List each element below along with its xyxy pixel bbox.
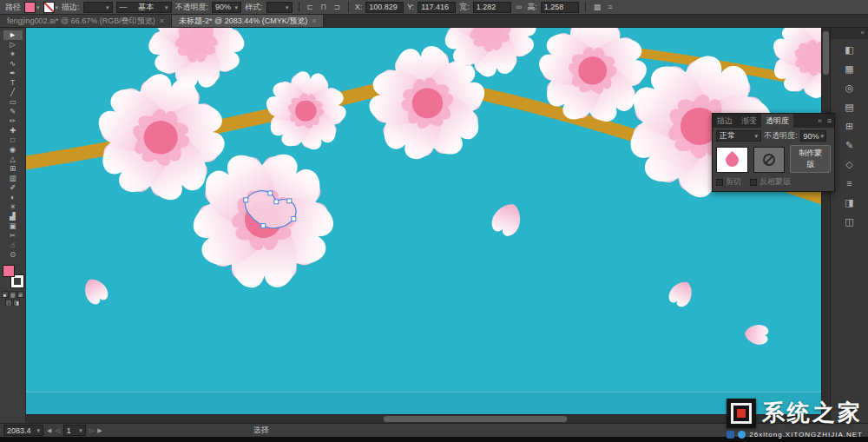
mesh-tool[interactable]: ⊞ bbox=[3, 164, 23, 174]
zoom-level-select[interactable]: 2083.4 ▾ bbox=[3, 425, 43, 436]
align-panel-icon[interactable]: ◫ bbox=[839, 214, 860, 230]
artboard-select[interactable]: 1 ▾ bbox=[63, 425, 86, 436]
tab-stroke[interactable]: 描边 bbox=[713, 114, 737, 128]
make-mask-button[interactable]: 制作蒙版 bbox=[790, 145, 831, 173]
zoom-tool[interactable]: ⊙ bbox=[3, 250, 23, 260]
stroke-weight-input[interactable]: ▾ bbox=[83, 2, 113, 13]
symbols-panel-icon[interactable]: ◇ bbox=[839, 156, 860, 173]
dock-collapse[interactable]: « bbox=[831, 28, 868, 39]
panel-opacity-input[interactable]: 90% ▾ bbox=[800, 130, 826, 142]
fill-swatch[interactable] bbox=[24, 2, 36, 13]
y-input[interactable]: 117.416 bbox=[418, 2, 456, 13]
dock-icons: ◧▦◎▤⊞✎◇≡◨◫ bbox=[831, 42, 868, 230]
magic-wand-tool[interactable]: ✴ bbox=[3, 49, 23, 59]
color-panel-icon[interactable]: ◧ bbox=[839, 42, 860, 58]
chevron-down-icon: ▾ bbox=[36, 4, 40, 10]
draw-mode-icon[interactable]: ▢ bbox=[5, 299, 12, 306]
panel-menu-icon[interactable]: ≡ bbox=[606, 3, 614, 11]
height-input[interactable]: 1.258 bbox=[541, 2, 579, 13]
gradient-tool[interactable]: ▥ bbox=[3, 174, 23, 183]
eyedropper-tool[interactable]: ✐ bbox=[3, 183, 23, 193]
align-left-icon[interactable]: ⊏ bbox=[306, 3, 316, 11]
swatches-panel-icon[interactable]: ⊞ bbox=[839, 118, 860, 135]
object-thumbnail[interactable] bbox=[716, 147, 748, 173]
x-input[interactable]: 100.829 bbox=[365, 2, 404, 13]
chevron-down-icon: ▾ bbox=[821, 133, 825, 139]
selection-tool[interactable]: ► bbox=[3, 30, 23, 40]
first-artboard-icon[interactable]: ◀ bbox=[47, 427, 51, 434]
stroke-panel-icon[interactable]: ≡ bbox=[839, 175, 860, 192]
direct-selection-tool[interactable]: ▷ bbox=[3, 40, 23, 49]
collapse-panel-icon[interactable]: » bbox=[815, 114, 825, 128]
gradient-mode-icon[interactable]: ▥ bbox=[10, 291, 16, 298]
no-mask-icon bbox=[763, 154, 775, 166]
vertical-scrollbar-thumb[interactable] bbox=[823, 31, 829, 75]
vertical-scrollbar[interactable] bbox=[821, 28, 830, 414]
close-icon[interactable]: × bbox=[312, 16, 316, 25]
document-tab-untitled2[interactable]: 未标题-2* @ 2083.44% (CMYK/预览) × bbox=[172, 15, 324, 27]
stroke-swatch-toolbar[interactable] bbox=[11, 275, 23, 287]
horizontal-scrollbar[interactable] bbox=[26, 414, 821, 423]
appearance-panel-icon[interactable]: ◎ bbox=[839, 80, 860, 96]
width-tool[interactable]: ✚ bbox=[3, 126, 23, 135]
type-tool[interactable]: T bbox=[3, 78, 23, 88]
fill-color-control[interactable]: ▾ bbox=[24, 2, 40, 13]
fill-swatch-toolbar[interactable] bbox=[3, 265, 15, 277]
shape-builder-tool[interactable]: ◉ bbox=[3, 145, 23, 155]
chevron-down-icon: ▾ bbox=[165, 4, 168, 10]
pencil-tool[interactable]: ✏ bbox=[3, 116, 23, 126]
tab-transparency[interactable]: 透明度 bbox=[761, 114, 793, 128]
clip-checkbox[interactable]: 剪切 bbox=[716, 176, 741, 188]
last-artboard-icon[interactable]: ▶ bbox=[97, 427, 102, 434]
line-segment-tool[interactable]: ╱ bbox=[3, 88, 23, 97]
chevron-down-icon: ▾ bbox=[106, 4, 109, 10]
mask-thumbnail[interactable] bbox=[753, 147, 786, 173]
gradient-panel-icon[interactable]: ◨ bbox=[839, 195, 860, 211]
watermark-url: 26xitong.XITONGZHIJIA.NET bbox=[749, 431, 863, 439]
constrain-proportions-icon[interactable]: ∞ bbox=[515, 3, 523, 11]
paintbrush-tool[interactable]: ✎ bbox=[3, 107, 23, 116]
color-mode-icon[interactable]: ■ bbox=[2, 291, 9, 298]
blend-tool[interactable]: ◐ bbox=[3, 193, 23, 202]
invert-mask-checkbox[interactable]: 反相蒙版 bbox=[750, 176, 791, 188]
prev-artboard-icon[interactable]: ◁ bbox=[55, 427, 59, 434]
artboard-tool[interactable]: ▣ bbox=[3, 221, 23, 231]
free-transform-tool[interactable]: □ bbox=[3, 135, 23, 145]
rectangle-tool[interactable]: ▭ bbox=[3, 97, 23, 107]
stroke-swatch[interactable] bbox=[43, 2, 55, 13]
stroke-color-control[interactable]: ▾ bbox=[43, 2, 59, 13]
tab-gradient[interactable]: 渐变 bbox=[737, 114, 761, 128]
canvas[interactable] bbox=[26, 28, 821, 414]
opacity-input[interactable]: 90% ▾ bbox=[212, 2, 241, 13]
pen-tool[interactable]: ✒ bbox=[3, 69, 23, 78]
document-tab-fengjing002[interactable]: fengjing002.ai* @ 66.67% (RGB/叠印预览) × bbox=[0, 15, 172, 27]
style-select[interactable]: ▾ bbox=[266, 2, 293, 13]
align-center-icon[interactable]: ⊓ bbox=[319, 3, 328, 11]
workspace-icon[interactable]: ▦ bbox=[592, 3, 603, 11]
stroke-label: 描边: bbox=[62, 2, 80, 13]
brushes-panel-icon[interactable]: ✎ bbox=[839, 137, 860, 154]
layers-panel-icon[interactable]: ▤ bbox=[839, 99, 860, 115]
color-guide-panel-icon[interactable]: ▦ bbox=[839, 61, 860, 77]
screen-mode-icon[interactable]: ◨ bbox=[13, 299, 20, 306]
tools-panel: ►▷✴∿✒T╱▭✎✏✚□◉△⊞▥✐◐✳▟▣✂☝⊙ ■▥⊘▢◨ bbox=[0, 28, 26, 423]
slice-tool[interactable]: ✂ bbox=[3, 231, 23, 241]
clip-label: 剪切 bbox=[726, 176, 741, 188]
symbol-sprayer-tool[interactable]: ✳ bbox=[3, 202, 23, 212]
none-mode-icon[interactable]: ⊘ bbox=[17, 291, 24, 298]
column-graph-tool[interactable]: ▟ bbox=[3, 212, 23, 221]
horizontal-scrollbar-thumb[interactable] bbox=[384, 416, 567, 422]
panel-menu-icon[interactable]: ≡ bbox=[825, 114, 834, 128]
close-icon[interactable]: × bbox=[160, 16, 164, 25]
social-icon-1 bbox=[727, 431, 734, 439]
hand-tool[interactable]: ☝ bbox=[3, 241, 23, 250]
align-right-icon[interactable]: ⊐ bbox=[332, 3, 342, 11]
opacity-value: 90% bbox=[215, 3, 231, 11]
selection-type-label: 路径 bbox=[5, 2, 21, 13]
blend-mode-select[interactable]: 正常 ▾ bbox=[716, 130, 761, 142]
next-artboard-icon[interactable]: ▷ bbox=[89, 427, 94, 434]
perspective-grid-tool[interactable]: △ bbox=[3, 155, 23, 164]
width-input[interactable]: 1.282 bbox=[473, 2, 511, 13]
brush-definition-select[interactable]: — 基本 ▾ bbox=[116, 2, 172, 13]
lasso-tool[interactable]: ∿ bbox=[3, 59, 23, 69]
